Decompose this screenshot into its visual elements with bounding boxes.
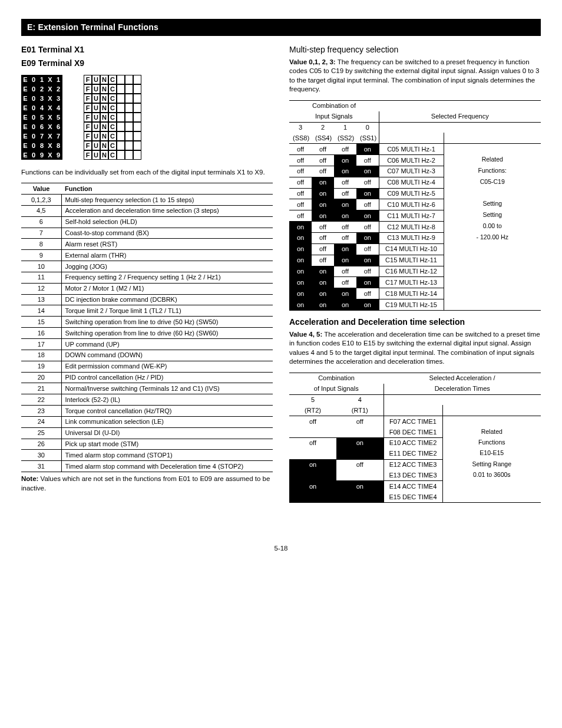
cell-side: Functions:	[444, 166, 541, 177]
cell-signal: off	[356, 155, 379, 166]
cell-function: Pick up start mode (STM)	[61, 439, 273, 450]
display-cell: F	[84, 94, 92, 103]
table-row: offoffF07 ACC TIME1	[289, 416, 541, 427]
head-sig: (SS4)	[312, 133, 334, 143]
cell-value: 25	[21, 427, 61, 439]
cell-signal: off	[289, 188, 312, 199]
cell-value: 0,1,2,3	[21, 195, 61, 206]
display-cell	[125, 141, 133, 150]
table-row: ononoffoffC16 MULTI Hz-12	[289, 266, 541, 277]
display-cell: C	[108, 141, 117, 150]
display-cell: 8	[54, 141, 62, 150]
cell-side: Functions	[442, 437, 541, 448]
head-combo: Combination	[289, 373, 384, 383]
display-cell: 8	[38, 141, 46, 150]
cell-side	[444, 255, 541, 266]
display-cell: C	[108, 150, 117, 160]
two-column-layout: E01 Terminal X1 E09 Terminal X9 E01X1FUN…	[21, 42, 541, 503]
display-cell: N	[100, 122, 108, 131]
display-cell: 0	[29, 75, 38, 84]
table-row: offonoffonC09 MULTI Hz-5	[289, 188, 541, 199]
table-row: 4,5Acceleration and deceleration time se…	[21, 205, 273, 216]
display-cell: X	[46, 122, 54, 131]
display-cell: N	[100, 141, 108, 150]
display-cell: 2	[54, 84, 62, 94]
display-cell: 6	[54, 122, 62, 131]
display-cell: 0	[29, 122, 38, 131]
display-cell	[133, 122, 141, 131]
display-cell	[117, 131, 125, 141]
cell-selected: C16 MULTI Hz-12	[379, 266, 444, 277]
cell-function: Motor 2 / Motor 1 (M2 / M1)	[61, 283, 273, 294]
display-cell	[133, 131, 141, 141]
display-cell: C	[108, 75, 117, 84]
display-cell: F	[84, 141, 92, 150]
table-row: 13DC injection brake command (DCBRK)	[21, 294, 273, 305]
display-cell: C	[108, 94, 117, 103]
cell-signal: off	[334, 266, 356, 277]
display-cell	[117, 94, 125, 103]
cell-signal: on	[289, 459, 336, 481]
table-row: 25Universal DI (U-DI)	[21, 427, 273, 439]
cell-signal: off	[336, 459, 384, 481]
display-cell: N	[100, 103, 108, 113]
cell-signal: off	[289, 210, 312, 222]
table-row: 30Timed alarm stop command (STOP1)	[21, 450, 273, 461]
cell-side: E10-E15	[442, 449, 541, 459]
cell-side: Related	[444, 155, 541, 166]
cell-side	[442, 416, 541, 427]
head-sig: (RT2)	[289, 405, 336, 416]
cell-signal: off	[356, 199, 379, 210]
display-cell: 6	[38, 122, 46, 131]
display-cell	[125, 113, 133, 122]
frequency-table: Combination ofInput SignalsSelected Freq…	[289, 100, 541, 311]
display-cell: 1	[54, 75, 62, 84]
head-combo: Combination of	[289, 100, 379, 111]
cell-signal: off	[356, 222, 379, 233]
table-row: 12Motor 2 / Motor 1 (M2 / M1)	[21, 283, 273, 294]
display-cell: 9	[54, 150, 62, 160]
cell-value: 18	[21, 350, 61, 361]
table-row: 11Frequency setting 2 / Frequency settin…	[21, 272, 273, 283]
table-row: onoffE12 ACC TIME3Setting Range	[289, 459, 541, 470]
display-cell: 4	[54, 103, 62, 113]
head-blank	[379, 122, 444, 133]
display-cell	[117, 150, 125, 160]
display-cell	[125, 122, 133, 131]
display-cell: C	[108, 113, 117, 122]
cell-signal: on	[356, 277, 379, 288]
cell-function: UP command (UP)	[61, 339, 273, 350]
display-cell: U	[92, 122, 100, 131]
head-blank	[442, 405, 541, 416]
display-cell: F	[84, 103, 92, 113]
table-row: 18DOWN command (DOWN)	[21, 350, 273, 361]
section-header: E: Extension Terminal Functions	[21, 19, 541, 36]
table-row: 0,1,2,3Multi-step frequency selection (1…	[21, 195, 273, 206]
display-cell: X	[46, 141, 54, 150]
cell-function: Jogging (JOG)	[61, 261, 273, 272]
cell-signal: off	[312, 222, 334, 233]
cell-signal: off	[336, 416, 384, 438]
cell-value: 16	[21, 328, 61, 339]
display-cell: U	[92, 141, 100, 150]
cell-value: 6	[21, 216, 61, 228]
cell-signal: on	[289, 299, 312, 311]
cell-selected: F08 DEC TIME1	[384, 427, 442, 437]
cell-signal: off	[289, 437, 336, 459]
head-sig: (RT1)	[336, 405, 384, 416]
cell-function: Normal/Inverse switching (Terminals 12 a…	[61, 383, 273, 394]
cell-side	[444, 243, 541, 255]
cell-value: 12	[21, 283, 61, 294]
cell-signal: on	[334, 288, 356, 299]
display-cell	[117, 122, 125, 131]
display-cell: N	[100, 113, 108, 122]
display-cell: 2	[38, 84, 46, 94]
cell-signal: on	[334, 166, 356, 177]
cell-selected: C11 MULTI Hz-7	[379, 210, 444, 222]
cell-value: 14	[21, 305, 61, 317]
display-cell: C	[108, 103, 117, 113]
table-row: 20PID control cancellation (Hz / PID)	[21, 372, 273, 383]
value-label: Value 0,1, 2, 3:	[289, 58, 336, 65]
display-cell: 0	[29, 150, 38, 160]
cell-signal: on	[289, 288, 312, 299]
